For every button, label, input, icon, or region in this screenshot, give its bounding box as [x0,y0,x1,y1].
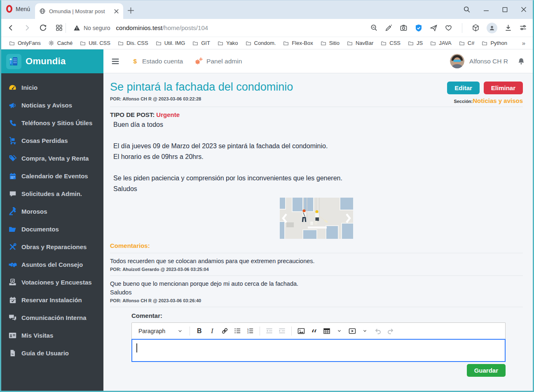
svg-text:$: $ [134,58,137,65]
insert-media-button[interactable] [346,324,358,337]
chevron-down-icon [337,329,342,333]
blockquote-button[interactable]: “ [307,324,320,337]
edit-button[interactable]: Editar [447,82,480,94]
sidebar-item-consejo[interactable]: Asuntos del Consejo [1,256,103,273]
close-icon[interactable] [520,6,527,13]
folder-icon [321,40,326,46]
sidebar-item-morosos[interactable]: Morosos [1,203,103,220]
italic-button[interactable]: I [206,324,218,337]
carousel-prev-button[interactable] [280,198,294,239]
bookmark-item[interactable]: Python [478,38,511,48]
search-icon[interactable] [463,6,471,13]
table-dropdown-chevron[interactable] [333,324,346,337]
insert-image-button[interactable] [295,324,307,337]
browser-tab[interactable]: Omundia | Mostrar post [35,3,123,19]
numbered-list-button[interactable]: 123 [244,324,257,337]
reload-icon[interactable] [39,24,47,32]
bookmark-item[interactable]: NavBar [343,38,377,48]
save-comment-button[interactable]: Guardar [467,364,506,377]
sidebar-item-telefonos[interactable]: Teléfonos y Sitios Útiles [1,114,103,132]
bookmark-item[interactable]: GIT [189,38,214,48]
bookmark-item[interactable]: Caché [44,38,77,48]
bookmark-item[interactable]: Yako [214,38,242,48]
carousel-next-button[interactable] [339,198,353,239]
comment-byline: POR: Ahuizotl Gerardo @ 2023-03-06 03:25… [110,267,523,272]
comment-editor[interactable] [131,339,506,362]
media-dropdown-chevron[interactable] [358,324,371,337]
sidebar-item-documentos[interactable]: Documentos [1,220,103,238]
redo-button[interactable] [384,324,397,337]
bold-button[interactable]: B [193,324,206,337]
extensions-cube-icon[interactable] [472,24,480,32]
profile-icon[interactable] [487,23,497,33]
link-icon [221,327,229,335]
section-label: Sección: [454,99,473,104]
brand-header[interactable]: Omundia [1,49,103,73]
sidebar-item-inicio[interactable]: Inicio [1,79,103,96]
sidebar-item-calendario[interactable]: Calendario de Eventos [1,167,103,185]
post-body: TIPO DE POST:Urgente Buen día a todos El… [110,111,523,239]
bookmark-item[interactable]: Util. CSS [76,38,114,48]
bookmark-item[interactable]: Flex-Box [279,38,316,48]
snapshot-camera-icon[interactable] [400,24,408,32]
bookmark-item[interactable]: C# [455,38,478,48]
comment-icon [8,190,17,198]
bookmark-item[interactable]: Sitio [317,38,343,48]
flow-send-icon[interactable] [430,24,438,32]
sidebar-item-obras[interactable]: Obras y Reparaciones [1,238,103,256]
nav-link-panel-admin[interactable]: Panel admin [194,57,242,65]
sidebar-item-visitas[interactable]: Mis Visitas [1,327,103,344]
sidebar-item-guia[interactable]: Guía de Usuario [1,344,103,362]
link-button[interactable] [218,324,231,337]
bookmark-item[interactable]: Condom. [242,38,280,48]
opera-menu-button[interactable]: Menú [6,5,30,13]
sidebar-item-noticias[interactable]: Noticias y Avisos [1,96,103,114]
delete-button[interactable]: Eliminar [484,82,523,94]
sidebar-item-comunicacion[interactable]: Comunicación Interna [1,309,103,327]
find-in-page-icon[interactable] [370,24,378,32]
maximize-icon[interactable] [502,7,508,13]
minimize-icon[interactable] [483,6,490,13]
sidebar-item-reservar[interactable]: Reservar Instalación [1,291,103,309]
hamburger-menu-icon[interactable] [111,57,120,66]
heading-dropdown[interactable]: Paragraph [134,328,187,334]
sidebar-item-compra-venta[interactable]: Compra, Venta y Renta [1,149,103,167]
divider [110,307,523,307]
bookmark-item[interactable]: CSS [377,38,404,48]
adblock-shield-icon[interactable] [415,24,423,32]
user-avatar[interactable] [450,54,464,68]
indent-button[interactable] [276,324,288,337]
bookmarks-overflow-chevron[interactable]: » [520,40,527,47]
tab-close-icon[interactable] [114,9,119,14]
bulleted-list-button[interactable] [231,324,244,337]
post-text-line: Saludos [110,184,523,194]
back-icon[interactable] [7,24,15,32]
sidebar-item-cosas-perdidas[interactable]: Cosas Perdidas [1,132,103,149]
site-security-badge[interactable]: No seguro [73,24,110,31]
bookmark-item[interactable]: JAVA [426,38,455,48]
sidebar-item-solicitudes[interactable]: Solicitudes a Admin. [1,185,103,203]
post-text-line [110,162,523,173]
bookmark-item[interactable]: Util. IMG [152,38,189,48]
bookmark-item[interactable]: Dis. CSS [114,38,152,48]
url-field[interactable]: condominios.test/home/posts/104 [116,24,208,31]
bookmark-item[interactable]: JS [404,38,426,48]
notifications-bell-icon[interactable] [517,57,525,65]
downloads-icon[interactable] [504,24,512,32]
outdent-button[interactable] [263,324,276,337]
bookmark-item[interactable]: OnlyFans [5,38,44,48]
sidebar-item-votaciones[interactable]: Votaciones y Encuestas [1,273,103,291]
chevron-down-icon [363,329,367,333]
favorites-heart-icon[interactable] [445,24,452,32]
nav-link-estado-cuenta[interactable]: $ Estado cuenta [131,58,183,65]
new-tab-button[interactable] [127,7,134,14]
workspaces-icon[interactable] [55,24,63,32]
edit-note-icon[interactable] [385,24,393,32]
post-text-line: Se les piden paciencia y comprensión por… [110,173,523,184]
forward-icon[interactable] [23,24,31,32]
brand-logo-icon [6,54,21,69]
easy-setup-sliders-icon[interactable] [519,24,527,32]
undo-button[interactable] [371,324,384,337]
insert-table-button[interactable] [320,324,333,337]
folder-icon [482,40,487,46]
